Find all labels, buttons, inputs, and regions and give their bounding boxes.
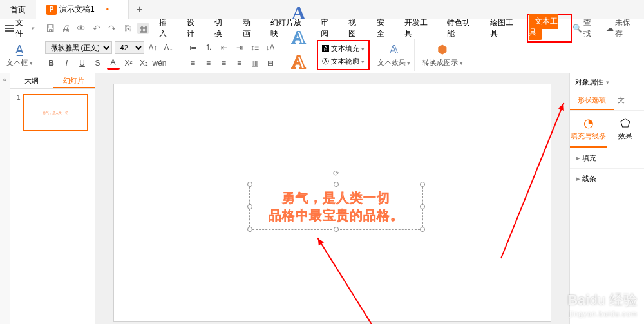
slide-thumbnail-1[interactable]: 1 勇气，是人类一切 (17, 94, 88, 131)
prop-tab-text[interactable]: 文 (614, 91, 629, 110)
tab-document[interactable]: P 演示文稿1 • (36, 0, 129, 19)
tab-review[interactable]: 审阅 (315, 14, 341, 43)
section-line[interactable]: 线条 (570, 169, 644, 189)
save-icon[interactable]: 🖫 (44, 23, 56, 34)
tab-texttools[interactable]: 文本工具 (529, 14, 558, 40)
resize-handle-n[interactable] (334, 182, 339, 187)
tab-drawtools[interactable]: 绘图工具 (484, 14, 526, 43)
text-effect-group[interactable]: 𝔸 文本效果 (374, 39, 415, 71)
text-fill-button[interactable]: 🅰 文本填充 (321, 43, 366, 55)
file-menu[interactable]: 文件 ▾ (0, 17, 40, 39)
align-right-button[interactable]: ≡ (218, 57, 231, 70)
columns-button[interactable]: ▥ (249, 57, 261, 70)
line-spacing-button[interactable]: ↕≡ (249, 41, 261, 54)
print-icon[interactable]: 🖨 (60, 23, 71, 34)
tab-view[interactable]: 视图 (343, 14, 369, 43)
workspace: « 大纲 幻灯片 1 勇气，是人类一切 ⟳ 勇气，是人类一切 (0, 73, 644, 324)
bold-button[interactable]: B (45, 57, 58, 70)
text-fill-outline-group: 🅰 文本填充 Ⓐ 文本轮廓 (317, 40, 370, 70)
numbering-button[interactable]: ⒈ (202, 41, 215, 54)
prop-sub-fill[interactable]: ◔ 填充与线条 (570, 111, 607, 148)
indent-decrease-button[interactable]: ⇤ (218, 41, 231, 54)
align-left-button[interactable]: ≡ (187, 57, 200, 70)
tab-devtools[interactable]: 开发工具 (399, 14, 440, 43)
annotation-arrow-1 (500, 103, 564, 259)
font-color-button[interactable]: A (107, 57, 120, 70)
slide-canvas[interactable]: ⟳ 勇气，是人类一切 品格中最宝贵的品格。 (113, 84, 551, 322)
resize-handle-ne[interactable] (420, 182, 425, 187)
font-family-select[interactable]: 微软雅黑 (正文) (45, 41, 112, 54)
prop-tab-shape[interactable]: 形状选项 (570, 91, 614, 110)
slide-preview: 勇气，是人类一切 (23, 94, 88, 131)
tab-special[interactable]: 特色功能 (441, 14, 482, 43)
file-label: 文件 (15, 17, 30, 39)
align-justify-button[interactable]: ≡ (233, 57, 246, 70)
annotation-arrow-2 (317, 238, 372, 324)
search-button[interactable]: 🔍 查找 (573, 17, 598, 39)
wordart-style-2[interactable]: A (287, 2, 310, 24)
preview-icon[interactable]: 👁 (75, 23, 87, 34)
section-fill[interactable]: 填充 (570, 148, 644, 169)
text-fill-icon: 🅰 (322, 45, 329, 53)
tab-add-button[interactable]: + (129, 0, 150, 19)
tab-home[interactable]: 首页 (0, 0, 36, 19)
resize-handle-sw[interactable] (247, 227, 252, 232)
redo-icon[interactable]: ↷ (106, 23, 118, 34)
textbox-group[interactable]: A̲ 文本框 (3, 39, 37, 71)
pinyin-button[interactable]: wén (153, 57, 166, 70)
canvas-area: ⟳ 勇气，是人类一切 品格中最宝贵的品格。 (95, 73, 569, 324)
underline-button[interactable]: U (76, 57, 89, 70)
format-painter-icon[interactable]: ▦ (137, 23, 149, 34)
text-outline-button[interactable]: Ⓐ 文本轮廓 (321, 55, 366, 68)
textbox-selected[interactable]: ⟳ 勇气，是人类一切 品格中最宝贵的品格。 (249, 184, 423, 230)
panel-tab-outline[interactable]: 大纲 (10, 73, 53, 88)
ribbon-tabs: 插入 设计 切换 动画 幻灯片放映 审阅 视图 安全 开发工具 特色功能 绘图工… (153, 14, 572, 43)
resize-handle-w[interactable] (247, 204, 252, 209)
convert-smart-group[interactable]: ⬢ 转换成图示 (419, 39, 467, 71)
superscript-button[interactable]: X² (122, 57, 135, 70)
text-line-1: 勇气，是人类一切 (255, 189, 417, 207)
text-effect-icon: 𝔸 (390, 43, 398, 57)
cloud-icon: ☁ (606, 24, 614, 33)
menu-right-area: 🔍 查找 ☁ 未保存 (573, 17, 644, 39)
strikethrough-button[interactable]: S (91, 57, 104, 70)
resize-handle-nw[interactable] (247, 182, 252, 187)
properties-panel: 对象属性▾ 形状选项 文 ◔ 填充与线条 ⬠ 效果 填充 线条 (569, 73, 644, 324)
subscript-button[interactable]: X₂ (138, 57, 151, 70)
presentation-icon: P (46, 5, 57, 15)
fill-line-icon: ◔ (570, 116, 607, 130)
resize-handle-s[interactable] (334, 227, 339, 232)
italic-button[interactable]: I (61, 57, 73, 70)
tab-design[interactable]: 设计 (181, 14, 207, 43)
properties-title[interactable]: 对象属性▾ (570, 73, 644, 91)
align-center-button[interactable]: ≡ (202, 57, 215, 70)
tab-transition[interactable]: 切换 (209, 14, 235, 43)
prop-sub-effect[interactable]: ⬠ 效果 (607, 111, 645, 148)
tab-insert[interactable]: 插入 (153, 14, 180, 43)
panel-tab-slides[interactable]: 幻灯片 (53, 73, 95, 88)
unsaved-indicator[interactable]: ☁ 未保存 (606, 17, 638, 39)
undo-icon[interactable]: ↶ (91, 23, 102, 34)
increase-font-icon[interactable]: A↑ (147, 41, 160, 54)
align-middle-button[interactable]: ⊟ (264, 57, 277, 70)
textbox-icon: A̲ (15, 43, 23, 57)
wordart-gallery[interactable]: A A A A A A ⋮ (285, 39, 313, 71)
copy-icon[interactable]: ⎘ (122, 23, 133, 34)
rotate-handle-icon[interactable]: ⟳ (332, 169, 341, 178)
font-size-select[interactable]: 42 (115, 41, 144, 54)
tab-security[interactable]: 安全 (371, 14, 397, 43)
bullets-button[interactable]: ≔ (187, 41, 200, 54)
doc-title: 演示文稿1 (59, 4, 95, 15)
smart-art-icon: ⬢ (437, 43, 448, 57)
indent-increase-button[interactable]: ⇥ (233, 41, 246, 54)
tab-animation[interactable]: 动画 (237, 14, 263, 43)
text-direction-button[interactable]: ↓A (264, 41, 277, 54)
wordart-style-3[interactable]: A (287, 26, 310, 48)
collapse-panel-button[interactable]: « (0, 73, 10, 324)
resize-handle-e[interactable] (420, 204, 425, 209)
slides-panel: 大纲 幻灯片 1 勇气，是人类一切 (10, 73, 95, 324)
wordart-style-4[interactable]: A (287, 51, 310, 73)
quick-access-toolbar: 🖫 🖨 👁 ↶ ↷ ⎘ ▦ (41, 23, 153, 34)
decrease-font-icon[interactable]: A↓ (162, 41, 175, 54)
resize-handle-se[interactable] (420, 227, 425, 232)
